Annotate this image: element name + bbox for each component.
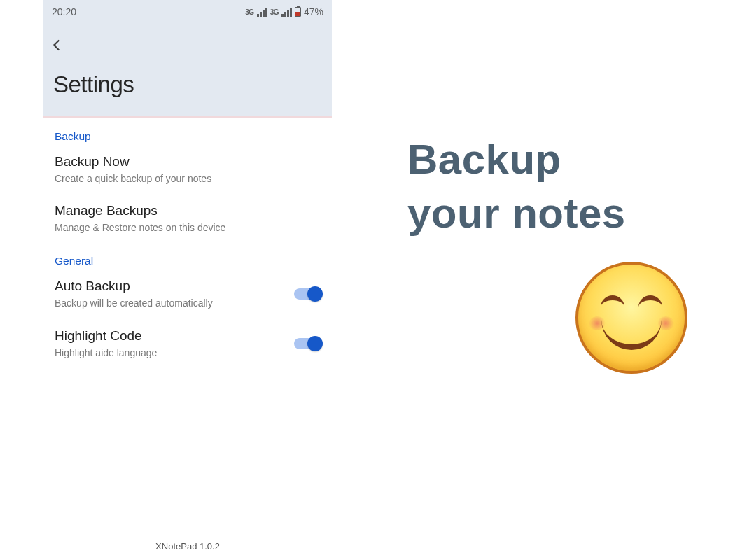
highlight-code-row[interactable]: Highlight Code Highlight aide language bbox=[55, 328, 321, 359]
backup-now-row[interactable]: Backup Now Create a quick backup of your… bbox=[55, 154, 321, 185]
app-version: XNotePad 1.0.2 bbox=[43, 541, 332, 552]
phone-frame: 20:20 3G 3G 47% Settings Backup Backup N… bbox=[43, 0, 332, 560]
page-title: Settings bbox=[53, 71, 322, 98]
manage-backups-desc: Manage & Restore notes on this device bbox=[55, 221, 321, 234]
auto-backup-desc: Backup will be created automatically bbox=[55, 297, 288, 309]
promo-line-1: Backup bbox=[407, 133, 719, 187]
backup-now-title: Backup Now bbox=[55, 154, 321, 169]
status-right: 3G 3G 47% bbox=[245, 6, 323, 18]
section-header-backup: Backup bbox=[55, 130, 321, 143]
auto-backup-toggle[interactable] bbox=[294, 288, 321, 300]
highlight-code-title: Highlight Code bbox=[55, 328, 288, 344]
promo-title: Backup your notes bbox=[407, 133, 719, 241]
promo-area: Backup your notes bbox=[344, 0, 747, 560]
battery-label: 47% bbox=[304, 6, 323, 18]
smiley-icon bbox=[575, 262, 719, 374]
highlight-code-toggle[interactable] bbox=[294, 338, 321, 349]
manage-backups-row[interactable]: Manage Backups Manage & Restore notes on… bbox=[55, 203, 321, 234]
signal-icon-2 bbox=[281, 8, 292, 17]
auto-backup-row[interactable]: Auto Backup Backup will be created autom… bbox=[55, 279, 321, 309]
manage-backups-title: Manage Backups bbox=[55, 203, 321, 218]
back-button[interactable] bbox=[53, 35, 322, 55]
battery-icon bbox=[295, 7, 301, 17]
promo-line-2: your notes bbox=[407, 187, 719, 241]
highlight-code-desc: Highlight aide language bbox=[55, 346, 288, 359]
auto-backup-title: Auto Backup bbox=[55, 279, 288, 294]
app-header: Settings bbox=[43, 24, 332, 118]
chevron-left-icon bbox=[53, 39, 64, 50]
network-label-icon: 3G bbox=[245, 8, 253, 16]
network-label-icon-2: 3G bbox=[270, 8, 279, 16]
section-header-general: General bbox=[55, 255, 321, 267]
signal-icon bbox=[257, 8, 267, 17]
status-time: 20:20 bbox=[52, 6, 76, 18]
backup-now-desc: Create a quick backup of your notes bbox=[55, 172, 321, 185]
status-bar: 20:20 3G 3G 47% bbox=[43, 0, 332, 24]
